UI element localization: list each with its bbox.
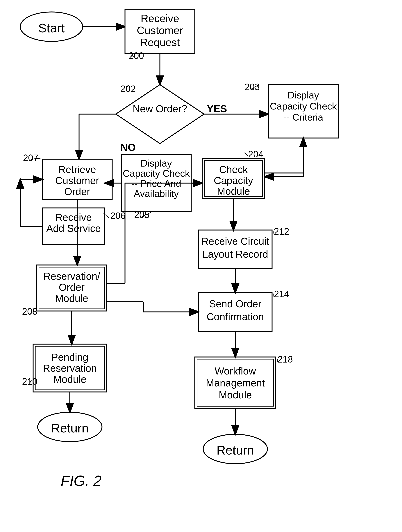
ref-212: 212	[274, 226, 289, 237]
ref-210: 210	[22, 376, 37, 387]
svg-text:Order: Order	[64, 186, 90, 197]
svg-text:Add Service: Add Service	[46, 223, 101, 234]
ref-214: 214	[274, 289, 289, 299]
ref-206: 206	[110, 211, 125, 221]
svg-text:Module: Module	[217, 185, 250, 197]
return2-text: Return	[216, 443, 254, 457]
svg-text:Module: Module	[55, 293, 88, 304]
svg-text:Display: Display	[141, 158, 172, 169]
ref-203: 203	[244, 82, 260, 92]
return1-text: Return	[51, 421, 89, 435]
svg-text:Customer: Customer	[55, 175, 99, 186]
svg-text:Retrieve: Retrieve	[58, 164, 96, 175]
ref-205: 205	[134, 210, 149, 220]
svg-text:Check: Check	[219, 164, 248, 175]
svg-text:Display: Display	[288, 90, 319, 101]
svg-text:Pending: Pending	[51, 351, 88, 363]
fig-2-label: FIG. 2	[61, 473, 101, 489]
svg-text:Capacity Check: Capacity Check	[270, 101, 337, 112]
svg-text:Confirmation: Confirmation	[207, 311, 264, 323]
svg-text:NO: NO	[120, 142, 136, 153]
svg-text:New Order?: New Order?	[133, 103, 187, 114]
svg-text:Availability: Availability	[134, 188, 179, 199]
svg-text:Module: Module	[219, 389, 252, 401]
ref-218: 218	[278, 354, 293, 365]
ref-207: 207	[23, 153, 38, 163]
svg-text:Capacity: Capacity	[214, 175, 253, 186]
svg-text:-- Criteria: -- Criteria	[284, 112, 323, 123]
svg-text:Module: Module	[53, 374, 87, 385]
svg-text:Receive Circuit: Receive Circuit	[201, 235, 269, 247]
svg-text:Management: Management	[206, 377, 265, 389]
svg-text:Order: Order	[59, 282, 85, 293]
svg-text:Send Order: Send Order	[209, 298, 261, 310]
svg-text:YES: YES	[207, 103, 227, 114]
svg-text:Workflow: Workflow	[215, 365, 256, 377]
svg-text:Receive: Receive	[55, 212, 92, 223]
start-text: Start	[38, 21, 65, 35]
main-diagram: Start Receive Customer Request 200 New O…	[0, 0, 402, 532]
ref-208: 208	[22, 306, 37, 317]
svg-text:Layout Record: Layout Record	[202, 248, 268, 260]
svg-text:Reservation/: Reservation/	[43, 271, 100, 282]
svg-text:Reservation: Reservation	[43, 362, 97, 374]
svg-text:Customer: Customer	[137, 24, 183, 36]
ref-204: 204	[248, 149, 263, 159]
ref-200: 200	[129, 51, 144, 61]
svg-text:Capacity Check: Capacity Check	[123, 168, 190, 179]
ref-202: 202	[120, 84, 136, 94]
svg-text:Receive: Receive	[141, 12, 179, 24]
svg-text:Request: Request	[140, 36, 180, 48]
